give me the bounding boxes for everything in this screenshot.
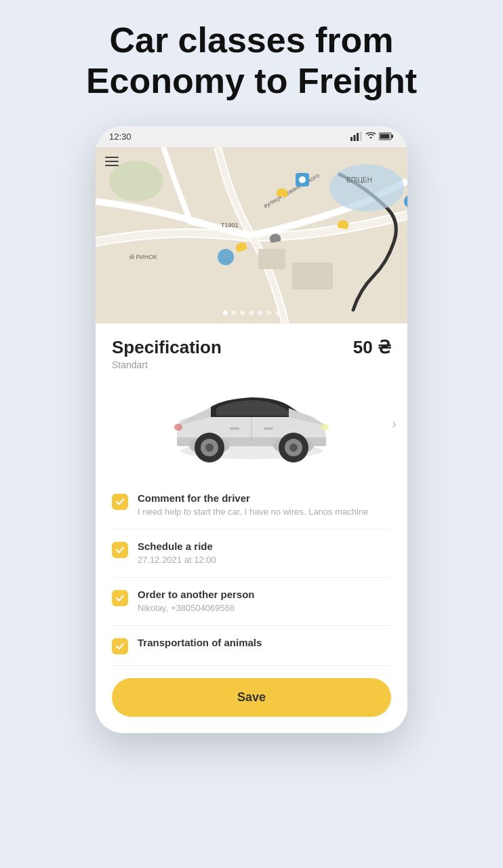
option-comment-value: I need help to start the car, I have no … [138,506,391,518]
option-schedule[interactable]: Schedule a ride 27.12.2021 at 12:00 [112,530,391,578]
battery-icon [379,132,394,140]
spec-price: 50 ₴ [353,337,391,358]
svg-point-9 [329,164,404,212]
spec-header: Specification Standart 50 ₴ [112,323,391,373]
svg-point-10 [109,161,163,201]
svg-text:🛒: 🛒 [222,252,232,262]
hamburger-menu[interactable] [105,157,119,166]
svg-rect-22 [279,188,285,192]
dot-4 [249,311,254,315]
checkbox-comment-driver[interactable] [112,494,128,510]
pagination-dots [223,311,281,315]
checkbox-other-person[interactable] [112,590,128,606]
checkbox-schedule[interactable] [112,542,128,558]
svg-rect-7 [380,134,390,139]
hamburger-line-3 [105,165,119,166]
svg-rect-6 [392,135,394,138]
option-comment-driver[interactable]: Comment for the driver I need help to st… [112,481,391,530]
chevron-right-icon[interactable]: › [392,416,397,431]
option-schedule-text: Schedule a ride 27.12.2021 at 12:00 [138,540,391,566]
option-other-person-value: Nikolay, +380504069568 [138,602,391,614]
dot-6 [267,311,272,315]
wifi-icon [365,132,376,140]
svg-rect-0 [350,137,353,141]
option-other-person-label: Order to another person [138,589,391,600]
map-area: EПІЦЕН T1901 вулиця Леваневського ій РИН… [96,147,407,323]
dot-2 [232,311,237,315]
save-button-wrapper: Save [112,666,391,733]
svg-rect-12 [258,249,285,269]
status-bar: 12:30 [96,126,407,147]
map-svg: EПІЦЕН T1901 вулиця Леваневського ій РИН… [96,147,407,323]
svg-rect-45 [264,427,273,430]
svg-rect-3 [360,132,362,141]
option-other-person[interactable]: Order to another person Nikolay, +380504… [112,578,391,626]
option-schedule-value: 27.12.2021 at 12:00 [138,554,391,566]
status-icons [350,132,394,141]
svg-rect-11 [292,262,333,290]
svg-text:T1901: T1901 [221,222,239,229]
spec-subtitle: Standart [112,359,222,370]
checkbox-animals[interactable] [112,638,128,654]
dot-3 [241,311,245,315]
option-animals-label: Transportation of animals [138,637,391,648]
option-animals-text: Transportation of animals [138,637,391,650]
dot-7 [276,311,281,315]
svg-point-41 [321,424,329,431]
svg-rect-2 [357,133,359,141]
spec-title: Specification [112,337,222,358]
svg-text:EПІЦЕН: EПІЦЕН [346,176,372,184]
svg-point-37 [205,443,214,452]
hamburger-line-1 [105,157,119,158]
svg-rect-44 [230,427,239,430]
option-other-person-text: Order to another person Nikolay, +380504… [138,589,391,614]
phone-mockup: 12:30 [96,126,407,734]
svg-point-40 [289,443,298,452]
svg-marker-4 [369,137,372,139]
option-comment-text: Comment for the driver I need help to st… [138,492,391,518]
signal-icon [350,132,363,141]
options-list: Comment for the driver I need help to st… [112,481,391,667]
svg-point-26 [299,176,306,183]
spec-title-block: Specification Standart [112,337,222,370]
content-area: Specification Standart 50 ₴ [96,323,407,734]
car-image [157,380,346,468]
svg-text:ій РИНОК: ій РИНОК [129,254,157,260]
option-animals[interactable]: Transportation of animals [112,626,391,666]
car-area: › [112,373,391,481]
option-schedule-label: Schedule a ride [138,540,391,552]
option-comment-label: Comment for the driver [138,492,391,504]
dot-1 [223,311,228,315]
save-button[interactable]: Save [112,678,391,717]
page-title: Car classes from Economy to Freight [73,20,430,102]
svg-point-42 [174,424,182,431]
svg-rect-1 [354,135,356,141]
hamburger-line-2 [105,161,119,162]
dot-5 [258,311,263,315]
status-time: 12:30 [109,132,132,142]
